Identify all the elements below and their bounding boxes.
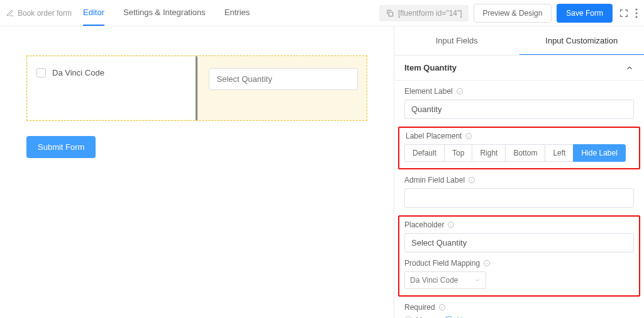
- save-button[interactable]: Save Form: [557, 4, 613, 23]
- placeholder-title: Placeholder: [404, 220, 444, 229]
- sidebar: Input Fields Input Customization Item Qu…: [394, 26, 644, 318]
- preview-button[interactable]: Preview & Design: [474, 4, 552, 23]
- tab-input-fields[interactable]: Input Fields: [394, 26, 519, 55]
- tab-settings[interactable]: Settings & Integrations: [123, 0, 206, 26]
- tab-input-customization[interactable]: Input Customization: [519, 26, 645, 55]
- form-row: Da Vinci Code: [26, 55, 367, 121]
- mapping-select[interactable]: Da Vinci Code: [404, 271, 486, 289]
- shortcode-copy[interactable]: [fluentform id="14"]: [379, 5, 469, 21]
- required-no[interactable]: No: [445, 315, 467, 318]
- required-yes[interactable]: Yes: [404, 315, 430, 318]
- placeholder-input[interactable]: [404, 233, 634, 253]
- svg-point-1: [636, 8, 638, 10]
- copy-icon: [386, 9, 394, 18]
- quantity-column[interactable]: [196, 56, 367, 120]
- tab-entries[interactable]: Entries: [225, 0, 250, 26]
- quantity-input[interactable]: [209, 68, 358, 90]
- shortcode-text: [fluentform id="14"]: [398, 9, 462, 18]
- element-label-input[interactable]: [404, 99, 634, 119]
- svg-point-2: [636, 12, 638, 14]
- label-placement-group: Default Top Right Bottom Left Hide Label: [404, 144, 634, 162]
- info-icon: [456, 88, 464, 95]
- form-name: Book order form: [18, 9, 72, 18]
- required-no-label: No: [457, 315, 467, 318]
- info-icon: [447, 221, 455, 229]
- tab-editor[interactable]: Editor: [83, 0, 104, 26]
- svg-point-3: [636, 16, 638, 18]
- product-column[interactable]: Da Vinci Code: [27, 56, 196, 120]
- placement-hide[interactable]: Hide Label: [573, 144, 625, 162]
- main-tabs: Editor Settings & Integrations Entries: [83, 0, 379, 26]
- placement-default[interactable]: Default: [404, 144, 445, 162]
- pencil-icon: [6, 9, 14, 17]
- admin-label-input[interactable]: [404, 188, 634, 208]
- checkbox-icon[interactable]: [36, 68, 46, 77]
- placement-left[interactable]: Left: [545, 144, 574, 162]
- submit-button[interactable]: Submit Form: [26, 136, 96, 158]
- topbar: Book order form Editor Settings & Integr…: [0, 0, 644, 26]
- svg-rect-0: [389, 12, 392, 16]
- panel-header[interactable]: Item Quantity: [394, 55, 644, 81]
- chevron-up-icon: [625, 64, 634, 72]
- more-icon[interactable]: [635, 8, 638, 18]
- info-icon: [468, 176, 475, 184]
- panel-title: Item Quantity: [404, 63, 457, 72]
- required-yes-label: Yes: [416, 315, 430, 318]
- placement-bottom[interactable]: Bottom: [505, 144, 545, 162]
- label-placement-highlight: Label Placement Default Top Right Bottom…: [398, 127, 640, 169]
- element-label-title: Element Label: [404, 87, 453, 96]
- placement-top[interactable]: Top: [444, 144, 472, 162]
- mapping-value: Da Vinci Code: [410, 276, 458, 285]
- placeholder-mapping-highlight: Placeholder Product Field Mapping Da Vin…: [398, 215, 640, 297]
- form-canvas[interactable]: Da Vinci Code Submit Form: [0, 26, 394, 318]
- info-icon: [483, 259, 491, 267]
- fullscreen-icon[interactable]: [619, 8, 629, 18]
- info-icon: [465, 132, 472, 140]
- info-icon: [438, 304, 446, 311]
- chevron-down-icon: [474, 277, 480, 283]
- product-label: Da Vinci Code: [52, 68, 104, 77]
- product-option: Da Vinci Code: [36, 68, 186, 77]
- mapping-title: Product Field Mapping: [404, 259, 480, 268]
- label-placement-title: Label Placement: [406, 132, 462, 140]
- breadcrumb[interactable]: Book order form: [6, 9, 72, 18]
- admin-label-title: Admin Field Label: [404, 176, 465, 185]
- placement-right[interactable]: Right: [472, 144, 506, 162]
- required-title: Required: [404, 303, 435, 312]
